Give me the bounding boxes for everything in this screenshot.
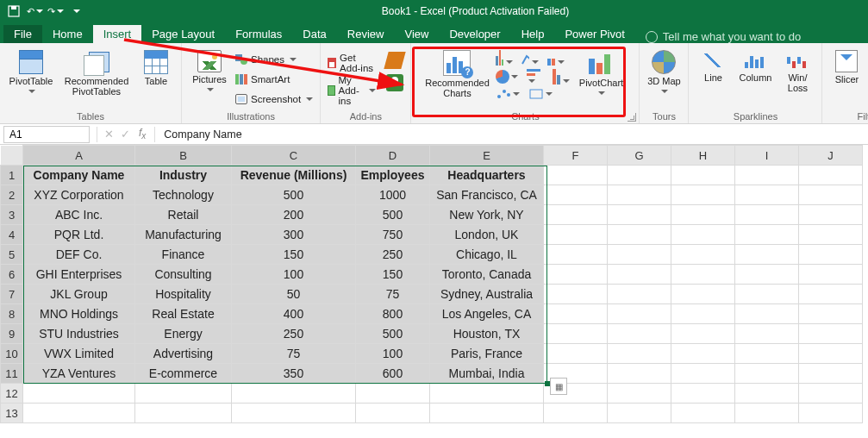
sparkline-column-button[interactable]: Column <box>735 47 775 83</box>
cell-C4[interactable]: 300 <box>232 225 356 245</box>
tab-data[interactable]: Data <box>292 25 336 43</box>
cell-H6[interactable] <box>671 265 735 285</box>
cell-J10[interactable] <box>799 344 863 364</box>
recommended-charts-button[interactable]: Recommended Charts <box>423 47 490 98</box>
enter-icon[interactable]: ✓ <box>117 128 134 141</box>
cell-E7[interactable]: Sydney, Australia <box>430 285 544 304</box>
cell-F10[interactable] <box>544 344 608 364</box>
cell-B13[interactable] <box>135 404 232 423</box>
cell-C7[interactable]: 50 <box>232 285 356 304</box>
cell-E2[interactable]: San Francisco, CA <box>430 185 544 205</box>
screenshot-button[interactable]: Screenshot <box>235 90 313 109</box>
cell-I7[interactable] <box>735 285 799 304</box>
cell-J2[interactable] <box>799 185 863 205</box>
recommended-pivottables-button[interactable]: Recommended PivotTables <box>60 47 133 97</box>
cell-A2[interactable]: XYZ Corporation <box>23 185 135 205</box>
cell-I11[interactable] <box>735 364 799 384</box>
cell-D8[interactable]: 800 <box>356 304 430 324</box>
cell-E1[interactable]: Headquarters <box>430 166 544 185</box>
row-header-9[interactable]: 9 <box>1 324 23 344</box>
pivottable-button[interactable]: PivotTable <box>7 47 55 95</box>
hierarchy-chart-icon[interactable] <box>547 50 565 66</box>
tab-insert[interactable]: Insert <box>93 25 142 43</box>
formula-text[interactable]: Company Name <box>159 128 247 141</box>
cell-C3[interactable]: 200 <box>232 205 356 225</box>
col-header-E[interactable]: E <box>430 146 544 166</box>
cell-H11[interactable] <box>671 364 735 384</box>
redo-icon[interactable]: ↷ <box>48 4 62 18</box>
row-header-8[interactable]: 8 <box>1 304 23 324</box>
cell-E12[interactable] <box>430 384 544 404</box>
scatter-chart-icon[interactable] <box>496 88 520 100</box>
cell-B2[interactable]: Technology <box>135 185 232 205</box>
row-header-1[interactable]: 1 <box>1 166 23 185</box>
cell-F13[interactable] <box>544 404 608 423</box>
cell-I9[interactable] <box>735 324 799 344</box>
tab-home[interactable]: Home <box>42 25 93 43</box>
column-chart-icon[interactable] <box>496 50 513 66</box>
cell-F3[interactable] <box>544 205 608 225</box>
bing-maps-icon[interactable] <box>384 52 406 69</box>
cell-B4[interactable]: Manufacturing <box>135 225 232 245</box>
col-header-G[interactable]: G <box>608 146 671 166</box>
3d-map-button[interactable]: 3D Map <box>646 47 681 95</box>
row-header-11[interactable]: 11 <box>1 364 23 384</box>
cell-C10[interactable]: 75 <box>232 344 356 364</box>
cell-J1[interactable] <box>799 166 863 185</box>
cell-I6[interactable] <box>735 265 799 285</box>
pivotchart-button[interactable]: PivotChart <box>575 47 627 97</box>
cell-I1[interactable] <box>735 166 799 185</box>
cell-H3[interactable] <box>671 205 735 225</box>
col-header-A[interactable]: A <box>23 146 135 166</box>
tab-page-layout[interactable]: Page Layout <box>141 25 225 43</box>
qat-customize-icon[interactable] <box>69 4 83 18</box>
row-header-3[interactable]: 3 <box>1 205 23 225</box>
slicer-button[interactable]: Slicer <box>829 47 864 84</box>
tab-file[interactable]: File <box>3 25 42 43</box>
cell-D7[interactable]: 75 <box>356 285 430 304</box>
cell-F1[interactable] <box>544 166 608 185</box>
cell-D12[interactable] <box>356 384 430 404</box>
tab-formulas[interactable]: Formulas <box>225 25 292 43</box>
cell-B8[interactable]: Real Estate <box>135 304 232 324</box>
cell-C6[interactable]: 100 <box>232 265 356 285</box>
col-header-I[interactable]: I <box>735 146 799 166</box>
row-header-5[interactable]: 5 <box>1 245 23 265</box>
shapes-button[interactable]: Shapes <box>235 50 313 69</box>
cell-J12[interactable] <box>799 384 863 404</box>
surface-chart-icon[interactable] <box>528 88 553 100</box>
cell-F2[interactable] <box>544 185 608 205</box>
cell-A13[interactable] <box>23 404 135 423</box>
tab-view[interactable]: View <box>394 25 439 43</box>
cancel-icon[interactable]: ✕ <box>101 128 117 141</box>
cell-A5[interactable]: DEF Co. <box>23 245 135 265</box>
cell-I2[interactable] <box>735 185 799 205</box>
cell-B6[interactable]: Consulting <box>135 265 232 285</box>
cell-E4[interactable]: London, UK <box>430 225 544 245</box>
cell-E8[interactable]: Los Angeles, CA <box>430 304 544 324</box>
cell-G5[interactable] <box>608 245 671 265</box>
cell-A3[interactable]: ABC Inc. <box>23 205 135 225</box>
cell-E13[interactable] <box>430 404 544 423</box>
cell-H2[interactable] <box>671 185 735 205</box>
cell-B1[interactable]: Industry <box>135 166 232 185</box>
cell-A10[interactable]: VWX Limited <box>23 344 135 364</box>
people-graph-icon[interactable] <box>386 74 403 91</box>
table-button[interactable]: Table <box>138 47 174 86</box>
col-header-C[interactable]: C <box>232 146 356 166</box>
cell-G9[interactable] <box>608 324 671 344</box>
cell-G11[interactable] <box>608 364 671 384</box>
bar-chart-icon[interactable] <box>527 69 544 84</box>
tab-developer[interactable]: Developer <box>439 25 510 43</box>
pictures-button[interactable]: Pictures <box>189 47 230 93</box>
cell-G8[interactable] <box>608 304 671 324</box>
cell-G10[interactable] <box>608 344 671 364</box>
cell-A1[interactable]: Company Name <box>23 166 135 185</box>
save-icon[interactable] <box>7 4 21 18</box>
cell-D1[interactable]: Employees <box>356 166 430 185</box>
cell-A8[interactable]: MNO Holdings <box>23 304 135 324</box>
row-header-13[interactable]: 13 <box>1 404 23 423</box>
col-header-D[interactable]: D <box>356 146 430 166</box>
select-all-corner[interactable] <box>1 146 23 166</box>
tab-help[interactable]: Help <box>511 25 555 43</box>
